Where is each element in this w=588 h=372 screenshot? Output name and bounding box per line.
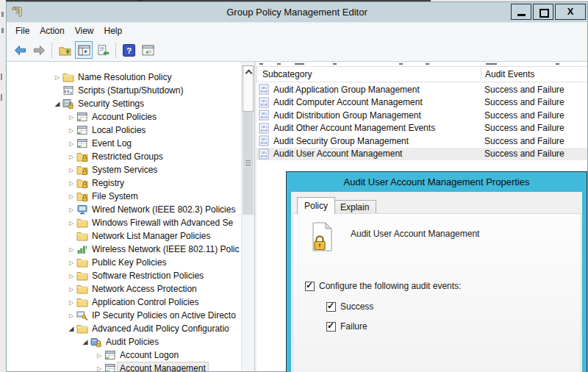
list-row-audit-computer-account-management[interactable]: 101010Audit Computer Account ManagementS… bbox=[257, 96, 587, 110]
minimize-button[interactable] bbox=[511, 4, 531, 20]
expander-collapsed-icon[interactable]: ▷ bbox=[66, 220, 76, 226]
success-checkbox[interactable]: ✓ bbox=[326, 302, 336, 312]
tree-item-label: Wireless Network (IEEE 802.11) Polic bbox=[90, 243, 242, 255]
folder-icon bbox=[76, 323, 88, 335]
titlebar[interactable]: Group Policy Management Editor bbox=[7, 2, 587, 22]
menu-item-help[interactable]: Help bbox=[99, 23, 128, 39]
scrollbar-up-button[interactable] bbox=[243, 65, 254, 78]
expander-collapsed-icon[interactable]: ▷ bbox=[66, 312, 76, 319]
maximize-button[interactable] bbox=[533, 4, 553, 20]
expander-collapsed-icon[interactable]: ▷ bbox=[94, 365, 104, 372]
failure-label: Failure bbox=[340, 321, 368, 332]
export-list-button[interactable] bbox=[94, 41, 112, 59]
expander-collapsed-icon[interactable]: ▷ bbox=[66, 299, 76, 306]
expander-collapsed-icon[interactable]: ▷ bbox=[66, 246, 76, 253]
expander-collapsed-icon[interactable]: ▷ bbox=[66, 114, 76, 121]
tree-item-account-policies[interactable]: ▷Account Policies bbox=[7, 110, 242, 124]
help-button[interactable]: ? bbox=[120, 41, 137, 59]
tree-item-system-services[interactable]: ▷System Services bbox=[7, 163, 242, 176]
expander-collapsed-icon[interactable]: ▷ bbox=[66, 154, 76, 160]
tree-item-software-restriction-policies[interactable]: ▷Software Restriction Policies bbox=[7, 269, 242, 282]
menu-item-action[interactable]: Action bbox=[35, 23, 69, 39]
subcategory-cell: Audit Application Group Management bbox=[273, 85, 420, 95]
folder-lock-icon bbox=[76, 190, 88, 202]
expander-collapsed-icon[interactable]: ▷ bbox=[94, 352, 104, 359]
tree-item-local-policies[interactable]: ▷Local Policies bbox=[7, 124, 242, 137]
show-console-tree-button[interactable] bbox=[75, 41, 93, 59]
menu-item-view[interactable]: View bbox=[70, 23, 99, 39]
subcategory-cell: Audit Other Account Management Events bbox=[273, 123, 435, 133]
tree-item-advanced-audit-policy-configuratio[interactable]: ◢Advanced Audit Policy Configuratio bbox=[7, 322, 242, 335]
tree-item-public-key-policies[interactable]: ▷Public Key Policies bbox=[7, 256, 242, 269]
list-row-audit-user-account-management[interactable]: 101010Audit User Account ManagementSucce… bbox=[257, 148, 587, 161]
expander-expanded-icon[interactable]: ◢ bbox=[52, 100, 62, 107]
tree-scrollbar[interactable] bbox=[241, 62, 254, 371]
scrollbar-track[interactable] bbox=[243, 77, 254, 112]
properties-dialog: Audit User Account Management Properties… bbox=[286, 171, 587, 372]
close-button[interactable] bbox=[555, 4, 586, 20]
list-row-audit-application-group-management[interactable]: 101010Audit Application Group Management… bbox=[257, 83, 587, 96]
list-row-audit-security-group-management[interactable]: 101010Audit Security Group ManagementSuc… bbox=[257, 135, 587, 148]
tree-item-windows-firewall-with-advanced-se[interactable]: ▷Windows Firewall with Advanced Se bbox=[7, 216, 242, 229]
expander-collapsed-icon[interactable]: ▷ bbox=[52, 74, 62, 81]
tree-item-security-settings[interactable]: ◢Security Settings bbox=[7, 97, 242, 110]
tab-explain[interactable]: Explain bbox=[333, 200, 376, 214]
expander-collapsed-icon[interactable]: ▷ bbox=[66, 180, 76, 187]
binary-doc-icon: 101010 bbox=[259, 110, 269, 121]
expander-collapsed-icon[interactable]: ▷ bbox=[66, 127, 76, 134]
configure-audit-events-checkbox[interactable]: ✓ bbox=[305, 282, 315, 291]
expander-collapsed-icon[interactable]: ▷ bbox=[66, 260, 76, 266]
tree-item-file-system[interactable]: ▷File System bbox=[7, 190, 242, 203]
window-title: Group Policy Management Editor bbox=[7, 2, 587, 22]
tree-item-label: Wired Network (IEEE 802.3) Policies bbox=[90, 204, 237, 215]
tree-item-wired-network-ieee-802-3-policies[interactable]: ▷Wired Network (IEEE 802.3) Policies bbox=[7, 203, 242, 216]
column-divider[interactable] bbox=[481, 68, 481, 81]
expander-expanded-icon[interactable]: ◢ bbox=[80, 338, 90, 346]
expander-expanded-icon[interactable]: ◢ bbox=[66, 325, 76, 332]
console-tree-pane[interactable]: ▷Name Resolution PolicyScripts (Startup/… bbox=[7, 62, 254, 371]
tree-item-network-list-manager-policies[interactable]: Network List Manager Policies bbox=[7, 229, 242, 243]
tab-policy[interactable]: Policy bbox=[297, 197, 335, 214]
tree-item-account-management[interactable]: ▷Account Management bbox=[7, 362, 242, 371]
svg-text:101: 101 bbox=[261, 86, 268, 90]
menu-bar: FileActionViewHelp bbox=[7, 22, 587, 39]
expander-collapsed-icon[interactable]: ▷ bbox=[66, 273, 76, 279]
tree-item-network-access-protection[interactable]: ▷Network Access Protection bbox=[7, 282, 242, 296]
expander-collapsed-icon[interactable]: ▷ bbox=[66, 207, 76, 213]
tree-item-audit-policies[interactable]: ◢Audit Policies bbox=[7, 335, 242, 348]
list-header[interactable]: Subcategory Audit Events bbox=[257, 66, 587, 82]
tree-item-restricted-groups[interactable]: ▷Restricted Groups bbox=[7, 150, 242, 163]
scrollbar-thumb[interactable] bbox=[243, 112, 254, 215]
expander-collapsed-icon[interactable]: ▷ bbox=[66, 286, 76, 293]
new-window-button[interactable] bbox=[139, 41, 157, 59]
menu-item-file[interactable]: File bbox=[10, 23, 35, 39]
tree-item-label: Local Policies bbox=[90, 124, 148, 136]
audit-events-cell: Success and Failure bbox=[484, 85, 564, 95]
tree-item-name-resolution-policy[interactable]: ▷Name Resolution Policy bbox=[7, 71, 242, 84]
tree-item-registry[interactable]: ▷Registry bbox=[7, 176, 242, 190]
tree-item-label: System Services bbox=[90, 164, 159, 176]
tree-item-scripts-startup-shutdown[interactable]: Scripts (Startup/Shutdown) bbox=[7, 84, 242, 97]
forward-button[interactable] bbox=[30, 41, 48, 59]
list-row-audit-other-account-management-events[interactable]: 101010Audit Other Account Management Eve… bbox=[257, 122, 587, 135]
dialog-body: PolicyExplain Audit User Account Managem… bbox=[291, 192, 582, 372]
toolbar-separator bbox=[51, 43, 52, 58]
list-row-audit-distribution-group-management[interactable]: 101010Audit Distribution Group Managemen… bbox=[257, 109, 587, 122]
up-one-level-button[interactable] bbox=[56, 41, 74, 59]
back-button[interactable] bbox=[11, 41, 29, 59]
column-header-subcategory[interactable]: Subcategory bbox=[262, 67, 312, 82]
binary-doc-icon: 101010 bbox=[259, 123, 269, 134]
subcategory-cell: Audit Distribution Group Management bbox=[273, 110, 421, 121]
tree-item-account-logon[interactable]: ▷Account Logon bbox=[7, 348, 242, 362]
tree-item-wireless-network-ieee-802-11-polic[interactable]: ▷Wireless Network (IEEE 802.11) Polic bbox=[7, 243, 242, 256]
tree-item-application-control-policies[interactable]: ▷Application Control Policies bbox=[7, 296, 242, 309]
caption-buttons bbox=[509, 4, 586, 20]
tree-item-event-log[interactable]: ▷Event Log bbox=[7, 137, 242, 150]
failure-checkbox[interactable]: ✓ bbox=[326, 322, 336, 332]
tree-item-ip-security-policies-on-active-directo[interactable]: ▷IP Security Policies on Active Directo bbox=[7, 309, 242, 322]
column-header-audit-events[interactable]: Audit Events bbox=[485, 67, 534, 82]
expander-collapsed-icon[interactable]: ▷ bbox=[66, 193, 76, 200]
expander-collapsed-icon[interactable]: ▷ bbox=[66, 140, 76, 147]
table-icon bbox=[76, 111, 88, 123]
expander-collapsed-icon[interactable]: ▷ bbox=[66, 167, 76, 174]
